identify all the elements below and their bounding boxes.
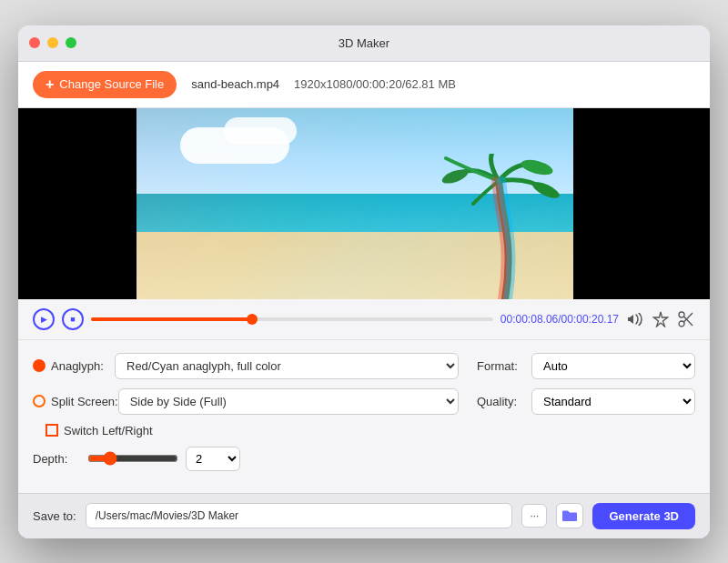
- switch-checkbox-row: Switch Left/Right: [46, 424, 459, 437]
- window-title: 3D Maker: [339, 36, 389, 50]
- plus-icon: +: [46, 76, 54, 93]
- left-settings: Anaglyph: Red/Cyan anaglyph, full color …: [33, 353, 459, 480]
- split-screen-select[interactable]: Side by Side (Full) Side by Side (Half) …: [118, 388, 459, 415]
- anaglyph-label: Anaglyph:: [33, 359, 115, 373]
- controls-bar: ▶ ■ 00:00:08.06/00:00:20.17: [18, 299, 710, 340]
- titlebar: 3D Maker: [18, 25, 710, 62]
- anaglyph-overlay: [136, 108, 573, 299]
- save-label: Save to:: [33, 509, 76, 523]
- time-display: 00:00:08.06/00:00:20.17: [500, 313, 619, 326]
- anaglyph-radio[interactable]: [33, 359, 46, 372]
- format-label: Format:: [477, 359, 531, 373]
- current-time: 00:00:08.06: [500, 313, 558, 326]
- folder-button[interactable]: [556, 503, 583, 528]
- traffic-lights: [29, 37, 76, 48]
- total-time: 00:00:20.17: [561, 313, 619, 326]
- bottom-bar: Save to: ··· Generate 3D: [18, 493, 710, 538]
- star-button[interactable]: [652, 310, 670, 328]
- svg-point-4: [679, 321, 684, 327]
- stop-icon: ■: [70, 315, 75, 324]
- video-area: [18, 108, 710, 299]
- progress-fill: [91, 317, 252, 321]
- app-window: 3D Maker + Change Source File sand-beach…: [18, 25, 710, 538]
- generate-button[interactable]: Generate 3D: [592, 503, 695, 529]
- file-info: 1920x1080/00:00:20/62.81 MB: [294, 77, 456, 91]
- right-black-bar: [573, 108, 710, 299]
- svg-point-3: [679, 312, 684, 317]
- progress-thumb[interactable]: [247, 314, 258, 325]
- depth-slider[interactable]: [87, 451, 178, 466]
- split-screen-label: Split Screen:: [33, 395, 118, 408]
- source-bar: + Change Source File sand-beach.mp4 1920…: [18, 62, 710, 108]
- anaglyph-row: Anaglyph: Red/Cyan anaglyph, full color …: [33, 353, 459, 379]
- switch-label: Switch Left/Right: [64, 424, 153, 437]
- dots-button[interactable]: ···: [521, 504, 547, 528]
- filename: sand-beach.mp4: [191, 77, 279, 91]
- change-source-label: Change Source File: [59, 77, 164, 91]
- depth-label: Depth:: [33, 452, 78, 466]
- close-button[interactable]: [29, 37, 40, 48]
- format-row: Format: Auto MP4 MKV AVI: [477, 353, 695, 379]
- split-screen-row: Split Screen: Side by Side (Full) Side b…: [33, 388, 459, 415]
- quality-row: Quality: Standard High Ultra: [477, 388, 695, 415]
- maximize-button[interactable]: [66, 37, 76, 48]
- settings-section: Anaglyph: Red/Cyan anaglyph, full color …: [18, 340, 710, 493]
- format-select[interactable]: Auto MP4 MKV AVI: [531, 353, 695, 379]
- volume-button[interactable]: [626, 310, 644, 328]
- split-screen-radio[interactable]: [33, 395, 46, 407]
- depth-row: Depth: 2 1 3 5: [33, 447, 459, 471]
- depth-select[interactable]: 2 1 3 5: [186, 447, 240, 471]
- beach-scene: [136, 108, 573, 299]
- stop-button[interactable]: ■: [62, 308, 84, 330]
- play-button[interactable]: ▶: [33, 308, 55, 330]
- change-source-button[interactable]: + Change Source File: [33, 71, 177, 98]
- quality-label: Quality:: [477, 395, 531, 408]
- quality-select[interactable]: Standard High Ultra: [531, 388, 695, 415]
- depth-slider-container: 2 1 3 5: [87, 447, 240, 471]
- minimize-button[interactable]: [47, 37, 58, 48]
- play-icon: ▶: [41, 315, 47, 324]
- save-path-input[interactable]: [86, 503, 513, 528]
- right-settings: Format: Auto MP4 MKV AVI Quality: Standa…: [477, 353, 695, 480]
- left-black-bar: [18, 108, 136, 299]
- scissors-button[interactable]: [677, 310, 695, 328]
- switch-checkbox[interactable]: [46, 424, 58, 437]
- progress-bar[interactable]: [91, 317, 493, 321]
- anaglyph-select[interactable]: Red/Cyan anaglyph, full color Red/Cyan a…: [115, 353, 459, 379]
- video-wrapper: [18, 108, 710, 299]
